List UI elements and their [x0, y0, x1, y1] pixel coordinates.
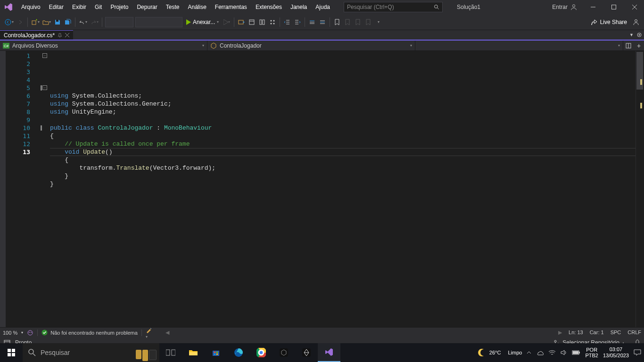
tb-overflow-button[interactable]: ▾: [373, 17, 384, 27]
pin-icon[interactable]: [58, 33, 62, 38]
battery-icon[interactable]: [572, 350, 580, 355]
nav-fwd-button[interactable]: [15, 17, 25, 27]
nav-project-combo[interactable]: C# Arquivos Diversos ▾: [0, 41, 207, 51]
onedrive-icon[interactable]: [536, 350, 544, 355]
new-item-button[interactable]: ▾: [30, 17, 41, 27]
explorer-icon[interactable]: [182, 343, 205, 362]
action-center-icon[interactable]: [634, 349, 641, 356]
live-share-button[interactable]: Live Share: [587, 19, 631, 25]
tab-close-icon[interactable]: [65, 33, 69, 37]
margin-strip: [0, 51, 6, 327]
indent-mode[interactable]: SPC: [611, 329, 621, 336]
svg-point-0: [435, 5, 438, 8]
menu-ajuda[interactable]: Ajuda: [311, 0, 334, 14]
search-decoration: [136, 350, 157, 361]
edge-icon[interactable]: [227, 343, 250, 362]
svg-rect-54: [166, 350, 170, 355]
menu-git[interactable]: Git: [91, 0, 106, 14]
chrome-icon[interactable]: [250, 343, 272, 362]
global-search-input[interactable]: Pesquisar (Ctrl+Q): [344, 2, 443, 12]
platform-dropdown[interactable]: [135, 17, 182, 27]
file-tab-active[interactable]: ControlaJogador.cs*: [0, 30, 73, 40]
weather-widget[interactable]: 26°C Limpo: [478, 348, 522, 357]
run-no-debug-button[interactable]: ▾: [222, 17, 232, 27]
run-button[interactable]: Anexar... ▾: [183, 19, 222, 25]
tray-chevron-icon[interactable]: [527, 350, 531, 355]
bookmark-prev-button[interactable]: [342, 17, 353, 27]
tb-icon-1[interactable]: [236, 17, 247, 27]
svg-text:C#: C#: [4, 44, 9, 48]
start-button[interactable]: [0, 343, 23, 362]
nav-class-combo[interactable]: ControlaJogador ▾: [207, 41, 415, 51]
svg-rect-4: [612, 5, 616, 9]
bookmark-clear-button[interactable]: [363, 17, 373, 27]
zoom-level[interactable]: 100 %: [3, 330, 17, 336]
menu-teste[interactable]: Teste: [162, 0, 184, 14]
taskbar-search[interactable]: Pesquisar: [23, 343, 159, 362]
nav-back-button[interactable]: ▾: [3, 17, 15, 27]
close-button[interactable]: [625, 0, 644, 14]
tb-icon-2[interactable]: [247, 17, 257, 27]
solution-name[interactable]: Solução1: [452, 4, 485, 10]
uncomment-button[interactable]: [317, 17, 328, 27]
tb-icon-3[interactable]: [257, 17, 267, 27]
menu-ferramentas[interactable]: Ferramentas: [211, 0, 251, 14]
redo-button[interactable]: ▾: [89, 17, 100, 27]
menu-arquivo[interactable]: Arquivo: [17, 0, 45, 14]
brush-icon[interactable]: ▾: [146, 327, 152, 339]
indent-left-button[interactable]: [282, 17, 292, 27]
nav-plus-button[interactable]: +: [634, 42, 644, 49]
open-button[interactable]: ▾: [41, 17, 52, 27]
store-icon[interactable]: [205, 343, 227, 362]
save-button[interactable]: [52, 17, 63, 27]
clock[interactable]: 03:0713/05/2023: [603, 346, 629, 359]
eol-mode[interactable]: CRLF: [627, 329, 641, 336]
svg-point-35: [639, 34, 640, 36]
menu-depurar[interactable]: Depurar: [132, 0, 161, 14]
indent-right-button[interactable]: [292, 17, 303, 27]
svg-rect-61: [216, 354, 218, 355]
split-editor-button[interactable]: [623, 43, 634, 49]
volume-icon[interactable]: [561, 350, 567, 355]
task-view-icon[interactable]: [159, 343, 182, 362]
search-icon: [434, 4, 439, 10]
config-dropdown[interactable]: [105, 17, 133, 27]
scroll-left-icon[interactable]: ◀: [165, 329, 169, 336]
wifi-icon[interactable]: [548, 350, 556, 355]
unity-icon[interactable]: [295, 343, 318, 362]
comment-button[interactable]: [307, 17, 317, 27]
code-editor[interactable]: 12345678910111213 − − using System.Colle…: [0, 51, 644, 327]
svg-line-53: [33, 354, 35, 356]
save-all-button[interactable]: [63, 17, 73, 27]
bookmark-button[interactable]: [332, 17, 342, 27]
fold-toggle[interactable]: −: [42, 85, 47, 90]
admin-icon[interactable]: [631, 17, 641, 27]
menu-editar[interactable]: Editar: [45, 0, 68, 14]
problems-indicator[interactable]: Não foi encontrado nenhum problema: [41, 329, 138, 336]
signin-button[interactable]: Entrar: [547, 4, 582, 10]
svg-rect-14: [263, 20, 264, 25]
nav-member-combo[interactable]: ▾: [415, 41, 623, 51]
language-indicator[interactable]: PORPTB2: [585, 347, 598, 358]
maximize-button[interactable]: [604, 0, 623, 14]
tb-icon-4[interactable]: [267, 17, 278, 27]
menu-extensões[interactable]: Extensões: [251, 0, 286, 14]
unity-hub-icon[interactable]: [272, 343, 295, 362]
scroll-right-icon[interactable]: ▶: [558, 329, 562, 336]
overview-ruler[interactable]: [636, 51, 644, 327]
code-area[interactable]: using System.Collections;using System.Co…: [50, 51, 636, 327]
minimize-button[interactable]: [584, 0, 603, 14]
menu-janela[interactable]: Janela: [286, 0, 311, 14]
menu-análise[interactable]: Análise: [183, 0, 210, 14]
visual-studio-icon[interactable]: [318, 343, 340, 362]
bookmark-next-button[interactable]: [353, 17, 363, 27]
svg-rect-9: [56, 20, 58, 22]
undo-button[interactable]: ▾: [77, 17, 89, 27]
tab-overflow-button[interactable]: ▼: [629, 33, 634, 37]
feedback-icon[interactable]: [27, 329, 33, 336]
fold-toggle[interactable]: −: [42, 53, 47, 58]
tab-settings-icon[interactable]: [636, 32, 642, 38]
svg-point-31: [635, 19, 637, 22]
menu-projeto[interactable]: Projeto: [106, 0, 132, 14]
menu-exibir[interactable]: Exibir: [68, 0, 91, 14]
